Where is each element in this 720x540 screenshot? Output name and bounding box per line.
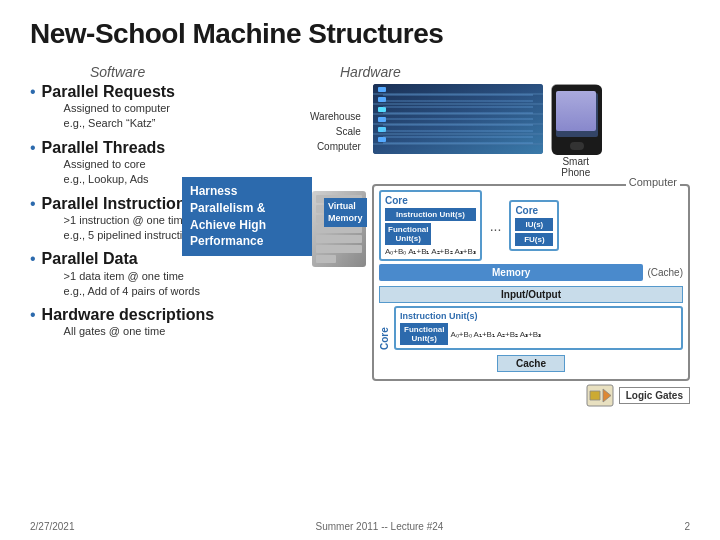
- svg-rect-11: [378, 127, 386, 132]
- phone-image: [551, 84, 601, 154]
- sub-bullet-4a: >1 data item @ one time: [64, 269, 200, 283]
- slide: New-School Machine Structures Software •…: [0, 0, 720, 540]
- svg-rect-0: [373, 84, 543, 154]
- fu-box-2: FU(s): [515, 233, 553, 246]
- virtual-memory-label: VirtualMemory: [324, 198, 367, 227]
- svg-rect-9: [378, 107, 386, 112]
- sub-bullet-2a: Assigned to core: [64, 157, 166, 171]
- logic-gates-row: Logic Gates: [310, 383, 690, 408]
- warehouse-label: WarehouseScaleComputer: [310, 109, 361, 154]
- sub-bullet-1a: Assigned to computer: [64, 101, 175, 115]
- dots: ...: [486, 218, 506, 234]
- sub-bullet-2b: e.g., Lookup, Ads: [64, 172, 166, 186]
- server-image: [373, 84, 543, 154]
- fu-inner-row: FunctionalUnit(s) A₀+B₀ A₁+B₁ A₂+B₂ A₃+B…: [400, 323, 677, 345]
- footer-page-num: 2: [684, 521, 690, 532]
- footer: 2/27/2021 Summer 2011 -- Lecture #24 2: [30, 521, 690, 532]
- func-unit-box-1: FunctionalUnit(s): [385, 223, 431, 245]
- core-box-2: Core IU(s) FU(s): [509, 200, 559, 251]
- bullet-icon-3: •: [30, 195, 36, 213]
- hardware-images-row: WarehouseScaleComputer: [310, 84, 690, 178]
- math-expr: A₀+B₀ A₁+B₁ A₂+B₂ A₃+B₃: [385, 247, 476, 256]
- svg-rect-12: [378, 137, 386, 142]
- architecture-diagram: Computer VirtualMemory Core Instruction …: [310, 184, 690, 408]
- svg-rect-14: [556, 93, 598, 137]
- content-area: Software • Parallel Requests Assigned to…: [30, 64, 690, 408]
- hardware-header: Hardware: [340, 64, 690, 80]
- svg-rect-23: [316, 255, 336, 263]
- fu-inner-box: FunctionalUnit(s): [400, 323, 448, 345]
- iu-box-1: Instruction Unit(s): [385, 208, 476, 221]
- harness-parallelism-box: HarnessParallelism &Achieve HighPerforma…: [160, 175, 312, 258]
- sub-bullet-4b: e.g., Add of 4 pairs of words: [64, 284, 200, 298]
- outer-core-row: Core Instruction Unit(s) FunctionalUnit(…: [379, 306, 683, 350]
- footer-date: 2/27/2021: [30, 521, 75, 532]
- sub-bullet-1b: e.g., Search “Katz”: [64, 116, 175, 130]
- bullet-label-1: Parallel Requests: [42, 82, 175, 101]
- sub-bullet-5a: All gates @ one time: [64, 324, 215, 338]
- iu-box-2: IU(s): [515, 218, 553, 231]
- smart-phone-label: SmartPhone: [551, 156, 601, 178]
- core-box-1: Core Instruction Unit(s) FunctionalUnit(…: [379, 190, 482, 261]
- svg-rect-22: [316, 245, 362, 253]
- svg-rect-8: [378, 97, 386, 102]
- computer-box: Computer VirtualMemory Core Instruction …: [372, 184, 690, 381]
- io-row: Input/Output: [379, 284, 683, 303]
- cache-row: Cache: [379, 353, 683, 372]
- right-column: Hardware WarehouseScaleComputer: [310, 64, 690, 408]
- footer-lecture: Summer 2011 -- Lecture #24: [316, 521, 444, 532]
- cache-box: Cache: [497, 355, 565, 372]
- io-box: Input/Output: [379, 286, 683, 303]
- svg-rect-7: [378, 87, 386, 92]
- math-inner: A₀+B₀ A₁+B₁ A₂+B₂ A₃+B₃: [450, 330, 541, 339]
- bullet-hardware-descriptions: • Hardware descriptions All gates @ one …: [30, 305, 300, 339]
- bullet-icon-2: •: [30, 139, 36, 157]
- core-label-1: Core: [385, 195, 476, 206]
- bullet-parallel-requests: • Parallel Requests Assigned to computer…: [30, 82, 300, 132]
- bullet-icon-5: •: [30, 306, 36, 324]
- logic-gates-label: Logic Gates: [619, 387, 690, 404]
- memory-cache-row: Memory (Cache): [379, 264, 683, 281]
- memory-box: Memory: [379, 264, 643, 281]
- core-inner: Instruction Unit(s) FunctionalUnit(s) A₀…: [394, 306, 683, 350]
- harness-text: HarnessParallelism &Achieve HighPerforma…: [182, 177, 312, 256]
- computer-label: Computer: [626, 176, 680, 188]
- core-label-3: Core: [379, 306, 390, 350]
- iu-inner-label: Instruction Unit(s): [400, 311, 677, 321]
- bullet-icon-4: •: [30, 250, 36, 268]
- cache-parens: (Cache): [647, 267, 683, 278]
- svg-rect-10: [378, 117, 386, 122]
- svg-rect-21: [316, 235, 362, 243]
- core-label-2: Core: [515, 205, 553, 216]
- logic-gates-area: Logic Gates: [585, 383, 690, 408]
- instruction-unit-row: Instruction Unit(s): [385, 208, 476, 221]
- bullet-icon-1: •: [30, 83, 36, 101]
- core-row: Core Instruction Unit(s) FunctionalUnit(…: [379, 190, 683, 261]
- slide-title: New-School Machine Structures: [30, 18, 690, 50]
- func-unit-row: FunctionalUnit(s): [385, 223, 476, 245]
- software-header: Software: [90, 64, 300, 80]
- bullet-label-2: Parallel Threads: [42, 138, 166, 157]
- logic-gate-icon: [585, 383, 615, 408]
- smart-phone-area: SmartPhone: [551, 84, 601, 178]
- svg-rect-15: [570, 142, 584, 150]
- bullet-label-5: Hardware descriptions: [42, 305, 215, 324]
